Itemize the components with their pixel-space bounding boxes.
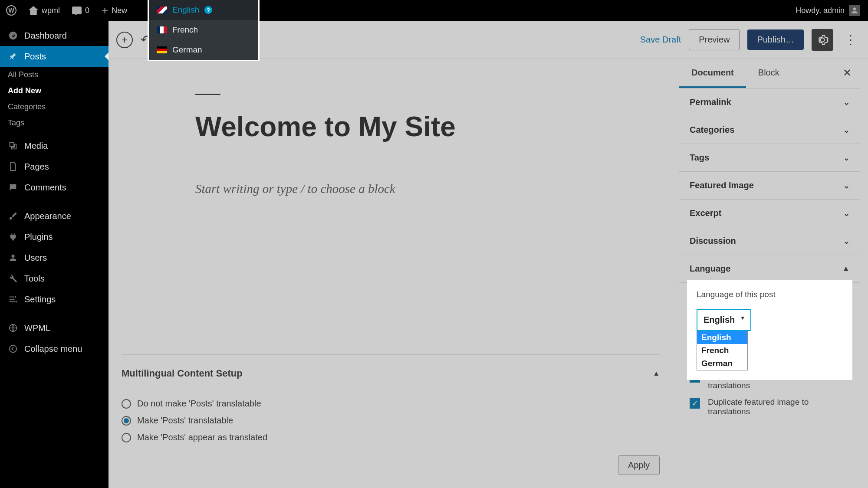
radio-icon (122, 399, 131, 409)
home-icon (29, 6, 38, 15)
help-icon[interactable]: ? (204, 6, 212, 14)
chevron-down-icon: ⌄ (843, 98, 850, 107)
sidebar-settings[interactable]: Settings (0, 289, 108, 310)
svg-point-0 (15, 296, 16, 298)
comments-link[interactable]: 0 (66, 0, 95, 21)
user-icon (8, 252, 18, 263)
lang-item-german[interactable]: German (149, 40, 258, 60)
section-categories[interactable]: Categories⌄ (679, 116, 860, 144)
sidebar-add-new[interactable]: Add New (0, 83, 108, 99)
lang-german-label: German (172, 45, 202, 55)
wordpress-icon: W (6, 5, 16, 16)
sidebar-plugins[interactable]: Plugins (0, 226, 108, 247)
sidebar-tags[interactable]: Tags (0, 115, 108, 131)
checkbox-duplicate-featured[interactable]: ✓Duplicate featured image to translation… (679, 394, 860, 420)
chevron-down-icon: ⌄ (843, 236, 850, 246)
sidebar-comments[interactable]: Comments (0, 177, 108, 198)
section-tags[interactable]: Tags⌄ (679, 144, 860, 172)
comment-count: 0 (85, 6, 89, 15)
comments-icon (8, 182, 18, 193)
sidebar-collapse[interactable]: Collapse menu (0, 338, 108, 359)
tab-document[interactable]: Document (679, 59, 746, 88)
admin-bar: W wpml 0 +New Howdy, admin (0, 0, 868, 21)
svg-point-1 (13, 298, 15, 300)
chevron-down-icon: ⌄ (843, 125, 850, 135)
admin-sidebar: Dashboard Posts All Posts Add New Catego… (0, 21, 108, 488)
sidebar-pages[interactable]: Pages (0, 156, 108, 177)
ml-option-translatable[interactable]: Make 'Posts' translatable (122, 416, 660, 426)
svg-point-2 (16, 301, 17, 303)
title-dash (195, 94, 220, 95)
lang-english-label: English (172, 5, 199, 15)
sidebar-tools[interactable]: Tools (0, 268, 108, 289)
sidebar-appearance[interactable]: Appearance (0, 206, 108, 226)
language-select[interactable]: English (697, 309, 751, 331)
lang-option-german[interactable]: German (697, 357, 747, 370)
greeting[interactable]: Howdy, admin (796, 6, 845, 15)
dashboard-icon (8, 30, 18, 41)
new-link[interactable]: +New (95, 0, 133, 21)
language-panel-body: Language of this post English English Fr… (687, 280, 852, 380)
save-draft-button[interactable]: Save Draft (640, 35, 681, 45)
chevron-down-icon: ⌄ (843, 181, 850, 190)
gear-icon (816, 34, 829, 46)
settings-panel: Document Block ✕ Permalink⌄ Categories⌄ … (679, 59, 860, 488)
comment-icon (72, 7, 82, 14)
site-name: wpml (42, 6, 60, 15)
wrench-icon (8, 273, 18, 284)
sidebar-users[interactable]: Users (0, 247, 108, 268)
sliders-icon (8, 294, 18, 305)
sidebar-wpml[interactable]: WPML (0, 318, 108, 338)
sidebar-dashboard[interactable]: Dashboard (0, 25, 108, 46)
tab-block[interactable]: Block (746, 59, 792, 88)
plus-icon: + (102, 4, 108, 17)
site-link[interactable]: wpml (23, 0, 66, 21)
multilingual-panel: Multilingual Content Setup ▲ Do not make… (122, 354, 660, 488)
radio-checked-icon (122, 416, 131, 426)
section-discussion[interactable]: Discussion⌄ (679, 227, 860, 255)
settings-toggle-button[interactable] (812, 29, 833, 51)
lang-option-french[interactable]: French (697, 344, 747, 357)
lang-item-french[interactable]: French (149, 20, 258, 40)
sidebar-all-posts[interactable]: All Posts (0, 67, 108, 83)
page-icon (8, 161, 18, 172)
globe-icon (8, 323, 18, 333)
sidebar-posts[interactable]: Posts (0, 46, 108, 67)
sidebar-categories[interactable]: Categories (0, 99, 108, 115)
add-block-button[interactable]: + (116, 32, 133, 48)
section-language[interactable]: Language▲ Language of this post English … (679, 255, 860, 283)
close-settings-button[interactable]: ✕ (843, 67, 852, 79)
caret-up-icon[interactable]: ▲ (653, 370, 660, 377)
checkbox-checked-icon: ✓ (690, 398, 700, 409)
lang-item-english[interactable]: English ? (149, 0, 258, 20)
publish-button[interactable]: Publish… (747, 29, 804, 50)
chevron-down-icon: ⌄ (843, 153, 850, 163)
language-of-post-label: Language of this post (697, 290, 843, 299)
ml-option-not-translatable[interactable]: Do not make 'Posts' translatable (122, 399, 660, 409)
section-excerpt[interactable]: Excerpt⌄ (679, 200, 860, 227)
section-featured-image[interactable]: Featured Image⌄ (679, 172, 860, 200)
language-select-options: English French German (697, 331, 748, 370)
new-label: New (112, 6, 127, 15)
lang-french-label: French (172, 25, 198, 35)
svg-point-4 (10, 345, 17, 353)
pin-icon (8, 51, 18, 62)
lang-option-english[interactable]: English (697, 331, 747, 344)
sidebar-media[interactable]: Media (0, 135, 108, 156)
wp-logo[interactable]: W (0, 0, 23, 21)
chevron-down-icon: ⌄ (843, 209, 850, 218)
apply-button[interactable]: Apply (618, 455, 660, 475)
ml-title: Multilingual Content Setup (122, 368, 243, 379)
ml-option-appear-translated[interactable]: Make 'Posts' appear as translated (122, 432, 660, 442)
flag-fr-icon (157, 26, 167, 33)
section-permalink[interactable]: Permalink⌄ (679, 88, 860, 116)
adminbar-language-dropdown: English ? French German (148, 0, 260, 61)
preview-button[interactable]: Preview (689, 29, 740, 50)
editor-area: + ↶ Save Draft Preview Publish… ⋮ Welcom… (108, 21, 868, 488)
caret-up-icon: ▲ (842, 264, 850, 273)
brush-icon (8, 211, 18, 221)
collapse-icon (8, 344, 18, 354)
avatar-icon[interactable] (849, 5, 860, 16)
more-options-button[interactable]: ⋮ (841, 33, 860, 47)
flag-uk-icon (157, 7, 167, 13)
